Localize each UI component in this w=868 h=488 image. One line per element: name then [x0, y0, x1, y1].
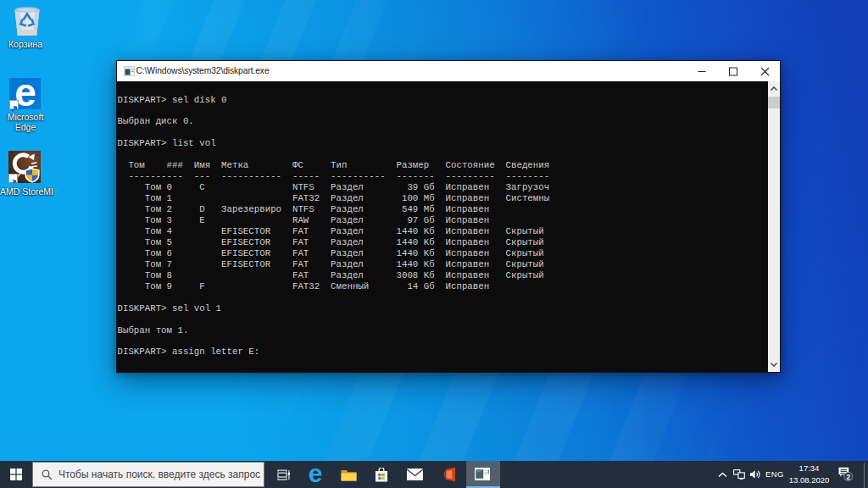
svg-text:2: 2 — [846, 473, 850, 481]
svg-text:e: e — [309, 461, 323, 487]
